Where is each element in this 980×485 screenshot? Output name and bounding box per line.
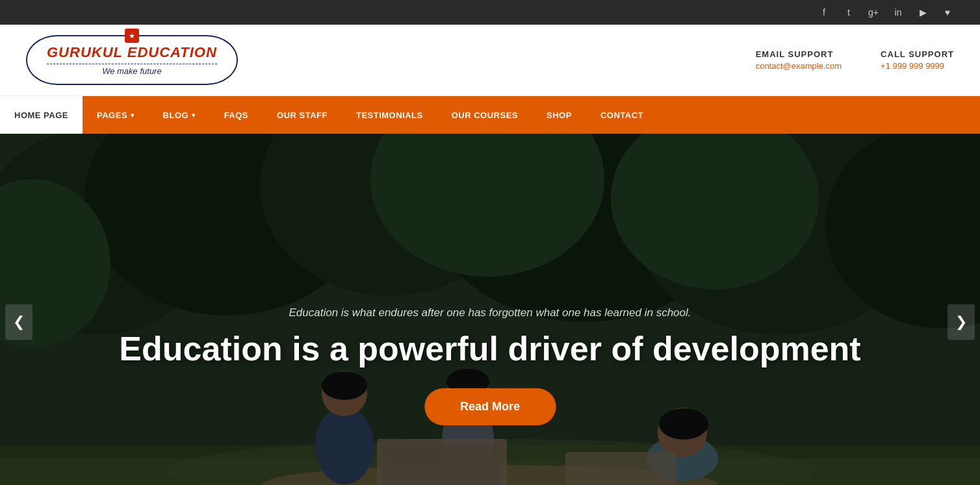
email-support-block: EMAIL SUPPORT contact@example.com (756, 49, 842, 71)
nav-item-homepage[interactable]: HOME PAGE (0, 96, 83, 134)
email-support-label: EMAIL SUPPORT (756, 49, 842, 59)
nav-item-ourcourses[interactable]: OUR COURSES (437, 96, 532, 134)
logo-container: ★ Gurukul Education We make future (26, 35, 238, 85)
logo-box: ★ Gurukul Education We make future (26, 35, 238, 85)
hero-title: Education is a powerful driver of develo… (49, 330, 931, 369)
call-support-value: +1 999 999 9999 (881, 61, 954, 71)
blog-chevron: ▾ (192, 112, 196, 119)
nav-item-contact[interactable]: CONTACT (586, 96, 658, 134)
instagram-icon[interactable]: ♥ (941, 7, 954, 18)
navbar: HOME PAGE PAGES ▾ BLOG ▾ FAQS OUR STAFF … (0, 96, 980, 134)
header-contact: EMAIL SUPPORT contact@example.com CALL S… (756, 49, 954, 71)
email-support-value: contact@example.com (756, 61, 842, 71)
googleplus-icon[interactable]: g+ (867, 7, 880, 18)
hero-quote: Education is what endures after one has … (49, 306, 931, 319)
facebook-icon[interactable]: f (818, 7, 831, 18)
twitter-icon[interactable]: t (842, 7, 855, 18)
logo-star: ★ (125, 29, 139, 43)
call-support-block: CALL SUPPORT +1 999 999 9999 (881, 49, 954, 71)
nav-item-ourstaff[interactable]: OUR STAFF (263, 96, 342, 134)
hero-next-arrow[interactable]: ❯ (948, 304, 975, 340)
read-more-button[interactable]: Read More (424, 388, 556, 425)
youtube-icon[interactable]: ▶ (916, 7, 929, 18)
nav-item-pages[interactable]: PAGES ▾ (83, 96, 149, 134)
hero-prev-arrow[interactable]: ❮ (5, 304, 32, 340)
nav-item-testimonials[interactable]: TESTIMONIALS (342, 96, 437, 134)
hero-content: Education is what endures after one has … (49, 306, 931, 425)
header: ★ Gurukul Education We make future EMAIL… (0, 25, 980, 96)
nav-item-blog[interactable]: BLOG ▾ (149, 96, 210, 134)
hero-section: Education is what endures after one has … (0, 134, 980, 485)
logo-subtitle: We make future (47, 64, 217, 76)
call-support-label: CALL SUPPORT (881, 49, 954, 59)
pages-chevron: ▾ (131, 112, 135, 119)
nav-item-faqs[interactable]: FAQS (210, 96, 263, 134)
top-bar: f t g+ in ▶ ♥ (0, 0, 980, 25)
linkedin-icon[interactable]: in (892, 7, 905, 18)
nav-item-shop[interactable]: SHOP (532, 96, 586, 134)
logo-title: Gurukul Education (47, 44, 217, 61)
